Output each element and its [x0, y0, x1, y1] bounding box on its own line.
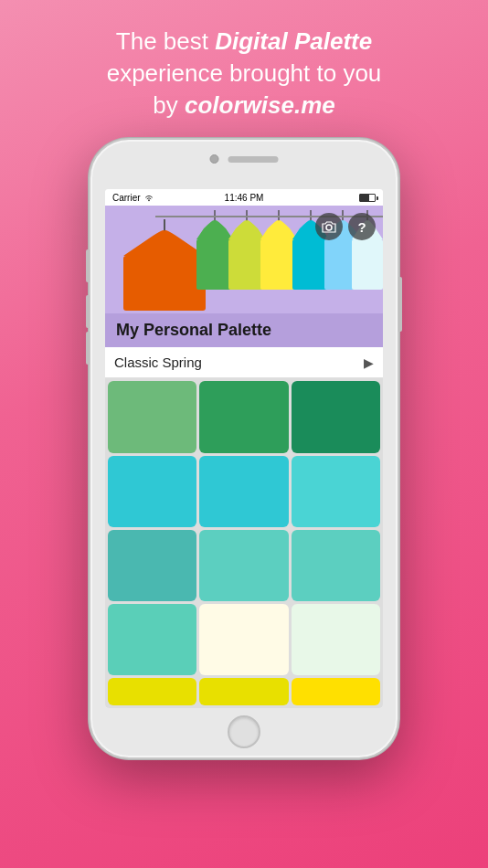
color-cell-bottom[interactable] — [199, 678, 288, 705]
front-camera — [210, 154, 219, 164]
hero-image: ? My Personal Palette — [105, 206, 383, 347]
svg-rect-7 — [228, 239, 265, 290]
status-right — [359, 194, 376, 202]
status-left: Carrier — [112, 193, 154, 203]
color-cell[interactable] — [292, 604, 380, 675]
phone-screen: Carrier 11:46 PM — [105, 189, 383, 708]
color-cell[interactable] — [292, 456, 380, 527]
color-cell-bottom[interactable] — [292, 678, 380, 705]
color-cell[interactable] — [292, 381, 380, 452]
color-cell[interactable] — [199, 604, 288, 675]
color-cell[interactable] — [199, 456, 288, 527]
color-cell[interactable] — [108, 456, 196, 527]
speaker-grill — [228, 156, 279, 163]
headline-line3: by colorwise.me — [153, 91, 334, 119]
palette-selector-row[interactable]: Classic Spring ▶ — [105, 347, 383, 378]
color-cell[interactable] — [199, 381, 288, 452]
svg-rect-5 — [196, 239, 233, 290]
status-time: 11:46 PM — [225, 193, 264, 203]
status-bar: Carrier 11:46 PM — [105, 189, 383, 206]
palette-selector-label: Classic Spring — [114, 355, 364, 370]
svg-rect-9 — [260, 239, 297, 290]
carrier-label: Carrier — [112, 193, 141, 203]
svg-rect-11 — [292, 239, 329, 290]
battery-fill — [360, 195, 369, 201]
battery-icon — [359, 194, 376, 202]
color-grid-wrapper — [105, 378, 383, 708]
svg-rect-15 — [352, 239, 383, 290]
color-cell[interactable] — [199, 530, 288, 601]
camera-icon — [322, 219, 336, 234]
svg-point-0 — [148, 200, 150, 202]
wifi-icon — [143, 193, 154, 202]
color-cell-bottom[interactable] — [108, 678, 196, 705]
headline-line1: The best Digital Palette — [116, 27, 372, 55]
screen-content: Carrier 11:46 PM — [105, 189, 383, 708]
chevron-right-icon: ▶ — [364, 355, 374, 370]
headline: The best Digital Palette experience brou… — [80, 0, 409, 138]
palette-label-bar: My Personal Palette — [105, 313, 383, 347]
palette-title: My Personal Palette — [116, 321, 271, 339]
color-cell[interactable] — [292, 530, 380, 601]
color-grid — [105, 378, 383, 708]
color-cell[interactable] — [108, 381, 196, 452]
svg-point-17 — [326, 225, 332, 230]
phone-top-area — [210, 154, 279, 164]
help-icon: ? — [357, 219, 366, 235]
home-button[interactable] — [228, 715, 260, 748]
color-cell[interactable] — [108, 530, 196, 601]
headline-line2: experience brought to you — [107, 59, 382, 87]
action-buttons: ? — [315, 213, 376, 240]
phone-mockup: Carrier 11:46 PM — [89, 138, 399, 759]
color-cell[interactable] — [108, 604, 196, 675]
camera-button[interactable] — [315, 213, 343, 240]
headline-emphasis1: Digital Palette — [215, 27, 372, 55]
help-button[interactable]: ? — [348, 213, 376, 240]
svg-rect-3 — [123, 256, 206, 311]
headline-emphasis2: colorwise.me — [185, 91, 335, 119]
